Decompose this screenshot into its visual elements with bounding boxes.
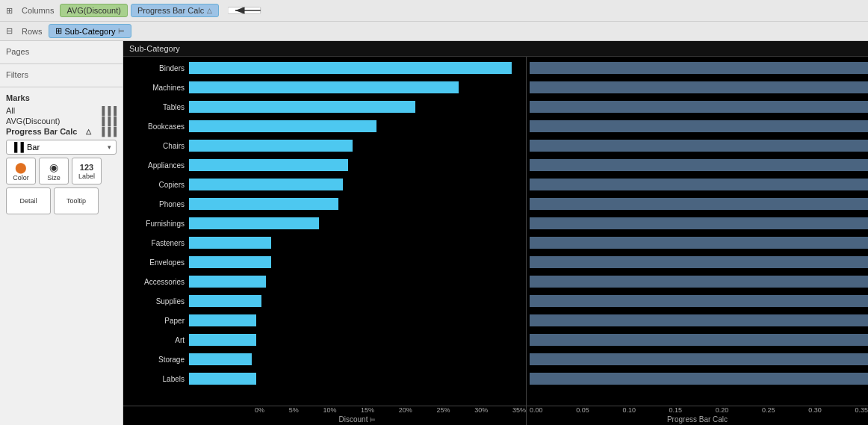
dropdown-arrow-icon: ▾ xyxy=(108,143,111,151)
axis-label: 5% xyxy=(289,406,299,414)
right-bar-fill xyxy=(530,140,868,152)
bar-fill xyxy=(189,120,376,132)
marks-title: Marks xyxy=(6,93,117,102)
left-axis-title: Discount ⊨ xyxy=(189,414,526,425)
filters-section: Filters xyxy=(0,67,123,84)
marks-progress-triangle: △ xyxy=(86,128,91,135)
right-axis-label: 0.20 xyxy=(716,406,729,414)
bar-container xyxy=(189,353,526,366)
row-label: Paper xyxy=(123,317,189,325)
right-bar-fill xyxy=(530,237,868,249)
row-label: Furnishings xyxy=(123,220,189,228)
right-axis-label: 0.00 xyxy=(530,406,543,414)
bar-chart-icon: ▐▐ xyxy=(11,142,24,152)
row-label: Storage xyxy=(123,356,189,364)
bar-fill xyxy=(189,237,271,249)
marks-bottom-row: Detail Tooltip xyxy=(6,187,117,214)
row-label: Tables xyxy=(123,103,189,111)
right-bar-fill xyxy=(530,353,868,365)
right-axis: 0.000.050.100.150.200.250.300.35 Progres… xyxy=(527,406,868,425)
right-bar-container xyxy=(530,314,868,327)
bar-container xyxy=(189,178,526,191)
row-label: Machines xyxy=(123,84,189,92)
filters-title: Filters xyxy=(6,70,117,79)
right-chart-row xyxy=(527,272,868,291)
right-bar-fill xyxy=(530,295,868,307)
right-bar-container xyxy=(530,100,868,114)
sub-category-pill[interactable]: ⊞ Sub-Category ⊨ xyxy=(49,24,132,38)
right-chart-row xyxy=(527,175,868,194)
bar-fill xyxy=(189,62,512,74)
right-bar-container xyxy=(530,61,868,75)
left-chart-row: Bookcases xyxy=(123,117,526,136)
right-axis-label: 0.05 xyxy=(576,406,589,414)
marks-type-dropdown[interactable]: ▐▐ Bar ▾ xyxy=(6,140,117,155)
right-axis-label: 0.30 xyxy=(808,406,822,414)
left-chart-row: Furnishings xyxy=(123,214,526,233)
tooltip-button[interactable]: Tooltip xyxy=(54,187,99,214)
right-bar-fill xyxy=(530,81,868,93)
right-bar-container xyxy=(530,372,868,385)
right-bar-fill xyxy=(530,101,868,113)
progress-bar-pill[interactable]: Progress Bar Calc △ xyxy=(131,4,219,17)
bar-fill xyxy=(189,198,338,210)
triangle-icon: △ xyxy=(207,7,212,14)
bar-container xyxy=(189,372,526,385)
rows-label: Rows xyxy=(19,27,46,36)
axis-label: 30% xyxy=(474,406,488,414)
right-chart-row xyxy=(527,155,868,175)
left-chart-row: Supplies xyxy=(123,291,526,311)
right-bar-fill xyxy=(530,159,868,171)
row-label: Binders xyxy=(123,64,189,72)
size-button[interactable]: ◉ Size xyxy=(39,158,69,184)
label-button[interactable]: 123 Label xyxy=(72,158,102,184)
right-bar-container xyxy=(530,294,868,308)
bar-fill xyxy=(189,217,319,229)
row-label: Art xyxy=(123,336,189,344)
right-chart-row xyxy=(527,311,868,330)
row-label: Supplies xyxy=(123,297,189,305)
right-chart-row xyxy=(527,252,868,272)
left-chart-row: Paper xyxy=(123,311,526,330)
right-bar-fill xyxy=(530,373,868,385)
right-chart-row xyxy=(527,78,868,97)
right-bar-container xyxy=(530,333,868,347)
right-chart-row xyxy=(527,136,868,155)
right-bar-container xyxy=(530,178,868,191)
left-chart-rows: Binders Machines Tables Bookcases Chairs… xyxy=(123,57,526,406)
size-icon: ◉ xyxy=(49,161,58,173)
bar-container xyxy=(189,197,526,211)
right-chart-row xyxy=(527,214,868,233)
rows-grid-icon: ⊟ xyxy=(3,26,16,36)
marks-progress-label: Progress Bar Calc xyxy=(6,127,77,136)
bar-container xyxy=(189,275,526,288)
right-chart-row xyxy=(527,97,868,117)
bar-type-label: Bar xyxy=(27,143,105,152)
bar-fill xyxy=(189,101,415,113)
left-chart-row: Machines xyxy=(123,78,526,97)
pages-section: Pages xyxy=(0,44,123,61)
right-chart-row xyxy=(527,350,868,369)
avg-discount-pill[interactable]: AVG(Discount) xyxy=(60,4,128,17)
axis-label: 0% xyxy=(255,406,264,414)
detail-button[interactable]: Detail xyxy=(6,187,51,214)
marks-progress-icon: ▐▐▐ xyxy=(99,127,117,136)
color-button[interactable]: ⬤ Color xyxy=(6,158,36,184)
main-area: Pages Filters Marks All ▐▐▐ AVG(Discount… xyxy=(0,41,868,425)
row-label: Phones xyxy=(123,200,189,208)
filter-icon: ⊨ xyxy=(118,27,125,35)
right-bar-fill xyxy=(530,276,868,288)
right-bar-fill xyxy=(530,314,868,326)
right-axis-title: Progress Bar Calc xyxy=(527,414,868,425)
axis-label: 15% xyxy=(361,406,374,414)
discount-filter-icon: ⊨ xyxy=(370,416,376,424)
sidebar: Pages Filters Marks All ▐▐▐ AVG(Discount… xyxy=(0,41,123,425)
right-bar-container xyxy=(530,217,868,230)
row-label: Envelopes xyxy=(123,258,189,267)
bar-container xyxy=(189,236,526,249)
bar-container xyxy=(189,61,526,75)
tooltip-label: Tooltip xyxy=(66,197,86,205)
row-label: Fasteners xyxy=(123,239,189,247)
left-chart-row: Chairs xyxy=(123,136,526,155)
marks-avg-label: AVG(Discount) xyxy=(6,117,61,125)
